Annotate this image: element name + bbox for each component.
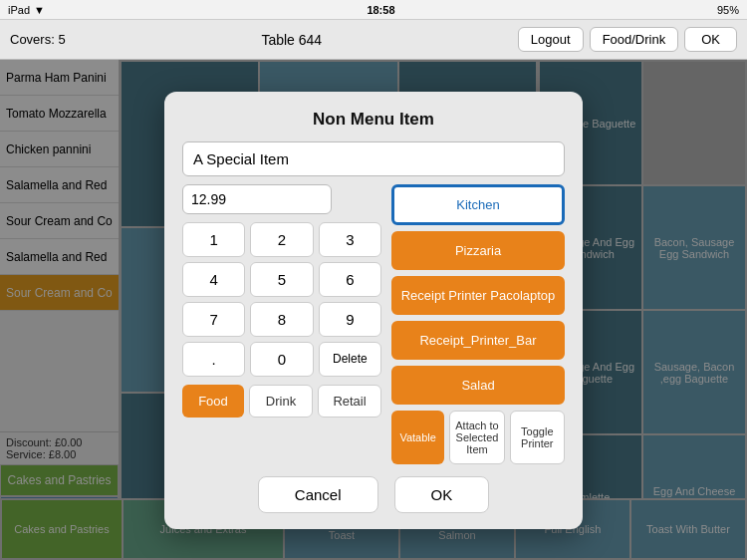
battery-indicator: 95% bbox=[717, 4, 739, 16]
food-drink-button[interactable]: Food/Drink bbox=[590, 27, 679, 52]
vatable-button[interactable]: Vatable bbox=[391, 411, 444, 464]
numpad: 1 2 3 4 5 6 7 8 9 . 0 Delete bbox=[182, 222, 381, 377]
numpad-delete[interactable]: Delete bbox=[319, 342, 381, 377]
item-name-input[interactable] bbox=[182, 141, 565, 176]
status-bar-left: iPad ▼ bbox=[8, 4, 45, 16]
modal-footer: Cancel OK bbox=[182, 476, 565, 513]
main-content: Parma Ham Panini Tomato Mozzarella Chick… bbox=[0, 60, 747, 560]
logout-button[interactable]: Logout bbox=[518, 27, 584, 52]
numpad-1[interactable]: 1 bbox=[182, 222, 245, 257]
receipt-laptop-printer-button[interactable]: Receipt Printer Pacolaptop bbox=[391, 276, 565, 315]
salad-printer-button[interactable]: Salad bbox=[391, 366, 565, 405]
toggle-printer-button[interactable]: Toggle Printer bbox=[510, 411, 565, 464]
kitchen-printer-button[interactable]: Kitchen bbox=[391, 184, 565, 225]
price-input[interactable] bbox=[182, 184, 332, 214]
modal-numpad-section: 1 2 3 4 5 6 7 8 9 . 0 Delete Food bbox=[182, 184, 381, 464]
status-bar: iPad ▼ 18:58 95% bbox=[0, 0, 747, 20]
numpad-7[interactable]: 7 bbox=[182, 302, 245, 337]
top-ok-button[interactable]: OK bbox=[684, 27, 737, 52]
numpad-9[interactable]: 9 bbox=[319, 302, 381, 337]
carrier-label: iPad bbox=[8, 4, 30, 16]
numpad-0[interactable]: 0 bbox=[250, 342, 313, 377]
numpad-dot[interactable]: . bbox=[182, 342, 245, 377]
top-bar: Covers: 5 Table 644 Logout Food/Drink OK bbox=[0, 20, 747, 60]
modal-ok-button[interactable]: OK bbox=[394, 476, 490, 513]
numpad-8[interactable]: 8 bbox=[250, 302, 313, 337]
numpad-3[interactable]: 3 bbox=[319, 222, 381, 257]
modal-overlay: Non Menu Item 1 2 3 4 5 6 7 8 9 bbox=[0, 60, 747, 560]
modal-title: Non Menu Item bbox=[182, 110, 565, 130]
food-type-button[interactable]: Food bbox=[182, 385, 244, 418]
status-time: 18:58 bbox=[367, 4, 394, 16]
numpad-6[interactable]: 6 bbox=[319, 262, 381, 297]
attach-selected-button[interactable]: Attach to Selected Item bbox=[449, 411, 504, 464]
covers-label: Covers: 5 bbox=[10, 32, 66, 47]
type-buttons: Food Drink Retail bbox=[182, 385, 381, 418]
modal-body: 1 2 3 4 5 6 7 8 9 . 0 Delete Food bbox=[182, 184, 565, 464]
extra-buttons: Vatable Attach to Selected Item Toggle P… bbox=[391, 411, 565, 464]
numpad-2[interactable]: 2 bbox=[250, 222, 313, 257]
receipt-bar-printer-button[interactable]: Receipt_Printer_Bar bbox=[391, 321, 565, 360]
drink-type-button[interactable]: Drink bbox=[249, 385, 313, 418]
retail-type-button[interactable]: Retail bbox=[318, 385, 381, 418]
pizzaria-printer-button[interactable]: Pizzaria bbox=[391, 231, 565, 270]
signal-icon: ▼ bbox=[34, 4, 45, 16]
modal-cancel-button[interactable]: Cancel bbox=[258, 476, 378, 513]
numpad-4[interactable]: 4 bbox=[182, 262, 245, 297]
table-label: Table 644 bbox=[261, 32, 322, 48]
non-menu-item-modal: Non Menu Item 1 2 3 4 5 6 7 8 9 bbox=[164, 92, 583, 529]
numpad-5[interactable]: 5 bbox=[250, 262, 313, 297]
modal-printer-section: Kitchen Pizzaria Receipt Printer Pacolap… bbox=[391, 184, 565, 464]
top-bar-buttons: Logout Food/Drink OK bbox=[518, 27, 737, 52]
